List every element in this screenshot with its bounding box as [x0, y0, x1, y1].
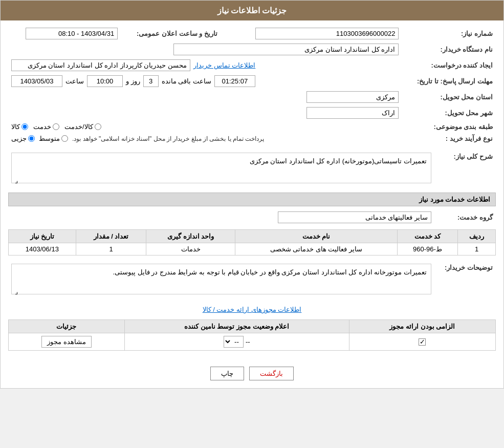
purchase-type-row: پرداخت تمام یا بخشی از مبلغ خریدار از مح…: [8, 133, 402, 144]
page-wrapper: جزئیات اطلاعات نیاز شماره نیاز: 11030036…: [0, 0, 504, 389]
purchase-radio1-label: جزیی: [11, 135, 27, 142]
page-title: جزئیات اطلاعات نیاز: [1, 1, 503, 20]
purchase-radio1[interactable]: [28, 135, 35, 142]
city-value: اراک: [8, 105, 402, 121]
category-radio2-label: خدمت: [33, 123, 51, 131]
buyer-desc-box: تعمیرات موتورخانه اداره کل استاندارد است…: [11, 264, 431, 294]
purchase-note: پرداخت تمام یا بخشی از مبلغ خریدار از مح…: [72, 135, 264, 142]
need-desc-text: تعمیرات تاسیساتی(موتورخانه) اداره کل است…: [250, 157, 427, 165]
table-row: 1 ط-96-960 سایر فعالیت های خدماتی شخصی خ…: [9, 243, 496, 255]
deadline-days-label: روز و: [126, 77, 140, 85]
announce-datetime-value: 1403/04/31 - 08:10: [8, 26, 121, 41]
cell-service-name: سایر فعالیت های خدماتی شخصی: [235, 243, 398, 255]
purchase-radio2[interactable]: [61, 135, 68, 142]
deadline-date-input: 1403/05/03: [11, 75, 62, 87]
need-number-value: 1103003696000022: [231, 26, 402, 41]
cell-quantity: 1: [76, 243, 146, 255]
category-radio1-label: کالا: [11, 123, 20, 131]
cell-row-num: 1: [458, 243, 496, 255]
category-kala-khidmat[interactable]: کالا/خدمت: [64, 123, 101, 131]
permits-row: ✓ -- -- مشاهده مجوز: [9, 333, 496, 351]
announce-datetime-label: تاریخ و ساعت اعلان عمومی:: [121, 26, 221, 41]
category-radio1[interactable]: [21, 123, 28, 130]
permits-status-cell: -- --: [124, 333, 349, 351]
view-permit-button[interactable]: مشاهده مجوز: [41, 336, 92, 348]
buyer-resize-handle: ⌟: [12, 288, 18, 294]
permits-status-select[interactable]: --: [224, 336, 244, 348]
deadline-remaining-input: 01:25:07: [214, 75, 255, 87]
cell-need-date: 1403/06/13: [9, 243, 76, 255]
need-desc-box: تعمیرات تاسیساتی(موتورخانه) اداره کل است…: [11, 153, 431, 183]
category-kala[interactable]: کالا: [11, 123, 28, 131]
cell-service-code: ط-96-960: [397, 243, 457, 255]
purchase-type-label: نوع فرآیند خرید :: [402, 133, 496, 144]
deadline-remaining-label: ساعت باقی مانده: [162, 77, 211, 85]
print-button[interactable]: چاپ: [210, 367, 244, 380]
category-radio2[interactable]: [53, 123, 59, 130]
service-group-label: گروه خدمت:: [434, 209, 496, 225]
purchase-radio2-label: متوسط: [39, 135, 60, 142]
response-deadline-label: مهلت ارسال پاسخ: تا تاریخ:: [402, 73, 496, 89]
permits-details-cell: مشاهده مجوز: [9, 333, 125, 351]
contact-link[interactable]: اطلاعات تماس خریدار: [193, 61, 255, 69]
buyer-org-value: اداره کل استاندارد استان مرکزی: [8, 41, 402, 57]
footer-buttons: بازگشت چاپ: [1, 359, 503, 388]
deadline-time-label: ساعت: [65, 77, 84, 85]
province-input: مرکزی: [306, 91, 399, 103]
buyer-desc-text: تعمیرات موتورخانه اداره کل استاندارد است…: [113, 268, 427, 276]
permits-status-value: --: [246, 338, 250, 346]
permits-required-cell: ✓: [349, 333, 495, 351]
service-group-input: سایر فعالیتهای خدماتی: [278, 211, 431, 223]
province-label: استان محل تحویل:: [402, 89, 496, 105]
buyer-desc-value: تعمیرات موتورخانه اداره کل استاندارد است…: [8, 260, 434, 298]
col-service-name: نام خدمت: [235, 230, 398, 243]
resize-handle: ⌟: [12, 177, 18, 183]
service-group-value: سایر فعالیتهای خدماتی: [8, 209, 434, 225]
info-table: شماره نیاز: 1103003696000022 تاریخ و ساع…: [8, 26, 496, 144]
need-number-label: شماره نیاز:: [402, 26, 496, 41]
need-number-input: 1103003696000022: [255, 28, 399, 39]
need-desc-label: شرح کلی نیاز:: [434, 148, 496, 187]
creator-input: محسن حیدریان کارپرداز اداره کل استاندارد…: [11, 59, 190, 71]
purchase-motavaset[interactable]: متوسط: [39, 135, 68, 142]
buyer-desc-table: توضیحات خریدار: تعمیرات موتورخانه اداره …: [8, 260, 496, 298]
creator-value-row: اطلاعات تماس خریدار محسن حیدریان کارپردا…: [8, 57, 402, 73]
main-content: شماره نیاز: 1103003696000022 تاریخ و ساع…: [1, 20, 503, 359]
category-row: کالا/خدمت خدمت کالا: [8, 121, 402, 133]
cell-unit: خدمات: [146, 243, 235, 255]
purchase-jozi[interactable]: جزیی: [11, 135, 35, 142]
col-need-date: تاریخ نیاز: [9, 230, 76, 243]
need-desc-value: تعمیرات تاسیساتی(موتورخانه) اداره کل است…: [8, 148, 434, 187]
service-group-table: گروه خدمت: سایر فعالیتهای خدماتی: [8, 209, 496, 225]
category-radio3-label: کالا/خدمت: [64, 123, 93, 131]
city-label: شهر محل تحویل:: [402, 105, 496, 121]
permits-checkbox[interactable]: ✓: [419, 338, 426, 346]
col-unit: واحد اندازه گیری: [146, 230, 235, 243]
province-value: مرکزی: [8, 89, 402, 105]
announce-datetime-input: 1403/04/31 - 08:10: [26, 28, 118, 39]
permits-table: الزامی بودن ارائه مجوز اعلام وضعیت مجوز …: [8, 319, 496, 351]
services-table: ردیف کد خدمت نام خدمت واحد اندازه گیری ت…: [8, 229, 496, 255]
permits-col-status: اعلام وضعیت مجوز توسط نامین کننده: [124, 320, 349, 333]
buyer-org-label: نام دستگاه خریدار:: [402, 41, 496, 57]
col-row-num: ردیف: [458, 230, 496, 243]
permits-col-required: الزامی بودن ارائه مجوز: [349, 320, 495, 333]
col-quantity: تعداد / مقدار: [76, 230, 146, 243]
deadline-row: 01:25:07 ساعت باقی مانده 3 روز و 10:00 س…: [8, 73, 402, 89]
city-input: اراک: [306, 107, 399, 119]
permits-link[interactable]: اطلاعات مجوزهای ارائه خدمت / کالا: [8, 303, 496, 316]
category-label: طبقه بندی موضوعی:: [402, 121, 496, 133]
back-button[interactable]: بازگشت: [249, 367, 294, 380]
col-service-code: کد خدمت: [397, 230, 457, 243]
creator-label: ایجاد کننده درخواست:: [402, 57, 496, 73]
need-desc-table: شرح کلی نیاز: تعمیرات تاسیساتی(موتورخانه…: [8, 148, 496, 187]
deadline-time-input: 10:00: [87, 75, 123, 87]
deadline-days-input: 3: [143, 75, 159, 87]
buyer-org-input: اداره کل استاندارد استان مرکزی: [173, 44, 399, 55]
permits-col-details: جزئیات: [9, 320, 125, 333]
category-khidmat[interactable]: خدمت: [33, 123, 59, 131]
category-radio3[interactable]: [95, 123, 101, 130]
services-section-header: اطلاعات خدمات مورد نیاز: [8, 193, 496, 206]
buyer-desc-label: توضیحات خریدار:: [434, 260, 496, 298]
